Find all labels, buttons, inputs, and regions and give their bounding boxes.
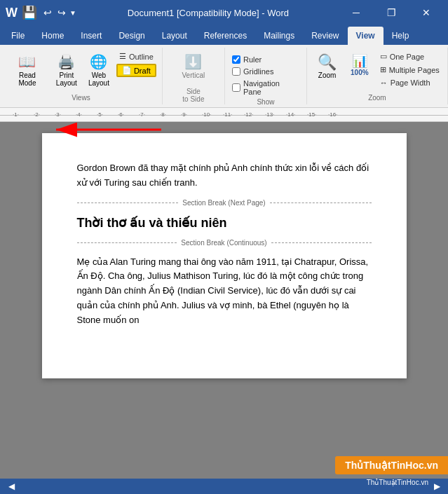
gridlines-label: Gridlines (243, 67, 273, 76)
gridlines-checkbox-item[interactable]: Gridlines (231, 67, 275, 76)
ribbon-group-show: Ruler Gridlines Navigation Pane Show (225, 48, 307, 104)
ribbon-group-views: 📖 Read Mode 🖨️ PrintLayout 🌐 WebLayout ☰… (0, 48, 163, 104)
zoom-icon: 🔍 (318, 53, 337, 71)
tab-design[interactable]: Design (110, 27, 153, 45)
print-layout-icon: 🖨️ (57, 53, 75, 70)
status-bar: ◀ ThủThuậtTinHoc.vn ▶ (0, 479, 448, 494)
section-break-1: Section Break (Next Page) (77, 199, 372, 207)
views-label: Views (72, 92, 90, 102)
zoom-percent-icon: 📊 (352, 53, 367, 69)
vertical-label: Vertical (182, 71, 205, 79)
tab-layout[interactable]: Layout (154, 27, 196, 45)
nav-pane-label: Navigation Pane (243, 79, 299, 96)
zoom-label: Zoom (318, 71, 337, 79)
redo-button[interactable]: ↪ (55, 6, 68, 20)
window-controls: ─ ❐ ✕ (340, 0, 442, 25)
zoom-options: ▭ One Page ⊞ Multiple Pages ↔ Page Width (377, 50, 442, 88)
scroll-right-button[interactable]: ▶ (431, 479, 442, 494)
tab-mailings[interactable]: Mailings (255, 27, 303, 45)
section-break-2-label: Section Break (Continuous) (177, 239, 271, 247)
title-bar-left: W 💾 ↩ ↪ ▼ (6, 5, 76, 20)
show-checkboxes: Ruler Gridlines Navigation Pane (231, 50, 301, 97)
word-icon: W (6, 6, 18, 20)
vertical-button[interactable]: ⬇️ Vertical (177, 50, 209, 82)
document-title: Document1 [Compatibility Mode] - Word (76, 8, 340, 18)
ribbon: 📖 Read Mode 🖨️ PrintLayout 🌐 WebLayout ☰… (0, 45, 448, 108)
watermark-label: ThủThuậtTinHoc.vn (367, 479, 428, 494)
tab-references[interactable]: References (196, 27, 255, 45)
minimize-button[interactable]: ─ (340, 0, 372, 25)
zoom-percent-button[interactable]: 📊 100% (345, 50, 374, 79)
zoom-percent-label: 100% (351, 69, 369, 76)
draft-button[interactable]: 📄 Draft (116, 64, 156, 77)
one-page-button[interactable]: ▭ One Page (377, 50, 442, 62)
ruler-label: Ruler (243, 55, 262, 64)
show-label: Show (257, 97, 274, 106)
vertical-icon: ⬇️ (184, 53, 202, 70)
one-page-label: One Page (390, 53, 425, 61)
document-area[interactable]: Gordon Brown đã thay mặt chính phủ Anh c… (0, 122, 448, 479)
tab-home[interactable]: Home (33, 27, 72, 45)
multiple-pages-icon: ⊞ (380, 65, 386, 74)
ribbon-group-zoom: 🔍 Zoom 📊 100% ▭ One Page ⊞ Multiple Page… (307, 48, 448, 104)
draft-icon: 📄 (122, 66, 132, 75)
ribbon-group-page-movement: ⬇️ Vertical Sideto Side Page Movement (163, 48, 225, 104)
tab-review[interactable]: Review (303, 27, 347, 45)
nav-pane-checkbox[interactable] (232, 83, 240, 92)
ribbon-tabs: File Home Insert Design Layout Reference… (0, 25, 448, 45)
tab-help[interactable]: Help (383, 27, 418, 45)
multiple-pages-label: Multiple Pages (389, 66, 440, 74)
one-page-icon: ▭ (380, 52, 387, 61)
section-heading: Thời thơ ấu và thiếu niên (77, 215, 372, 231)
web-layout-button[interactable]: 🌐 WebLayout (84, 50, 114, 90)
view-small-buttons: ☰ Outline 📄 Draft (116, 50, 156, 77)
quick-access-dropdown[interactable]: ▼ (69, 9, 76, 17)
side-to-side-button[interactable]: Sideto Side (178, 85, 208, 106)
web-layout-label: WebLayout (88, 71, 109, 87)
scroll-controls: ThủThuậtTinHoc.vn ▶ (367, 479, 442, 494)
tab-file[interactable]: File (3, 27, 33, 45)
read-mode-label: Read Mode (10, 71, 45, 87)
outline-button[interactable]: ☰ Outline (116, 50, 156, 62)
tab-insert[interactable]: Insert (72, 27, 110, 45)
read-mode-button[interactable]: 📖 Read Mode (6, 50, 49, 90)
zoom-button[interactable]: 🔍 Zoom (312, 50, 342, 82)
multiple-pages-button[interactable]: ⊞ Multiple Pages (377, 64, 442, 76)
section-break-1-label: Section Break (Next Page) (178, 199, 269, 207)
scroll-left-button[interactable]: ◀ (6, 479, 17, 494)
outline-icon: ☰ (119, 52, 126, 61)
undo-button[interactable]: ↩ (41, 6, 54, 20)
paragraph-2: Mẹ của Alan Turing mang thai ông vào năm… (77, 255, 372, 328)
document-page: Gordon Brown đã thay mặt chính phủ Anh c… (42, 133, 407, 378)
ruler-bar: ·1· ·2· ·3· ·4· ·5· ·6· ·7· ·8· ·9· ·10·… (0, 108, 448, 122)
save-icon[interactable]: 💾 (22, 5, 37, 20)
page-width-button[interactable]: ↔ Page Width (377, 77, 442, 88)
ruler-checkbox-item[interactable]: Ruler (231, 55, 263, 64)
web-layout-icon: 🌐 (90, 53, 107, 70)
side-to-side-label: Sideto Side (182, 88, 204, 103)
read-mode-icon: 📖 (18, 53, 36, 70)
zoom-group-label: Zoom (368, 92, 386, 102)
outline-label: Outline (129, 53, 154, 61)
gridlines-checkbox[interactable] (232, 67, 240, 76)
nav-pane-checkbox-item[interactable]: Navigation Pane (231, 78, 301, 97)
print-layout-label: PrintLayout (56, 71, 77, 87)
page-width-icon: ↔ (380, 78, 388, 87)
page-width-label: Page Width (391, 78, 430, 87)
undo-group: ↩ ↪ ▼ (41, 6, 76, 20)
ruler-checkbox[interactable] (232, 55, 240, 64)
restore-button[interactable]: ❐ (375, 0, 407, 25)
paragraph-1: Gordon Brown đã thay mặt chính phủ Anh c… (77, 161, 372, 191)
section-break-2: Section Break (Continuous) (77, 239, 372, 247)
views-buttons: 📖 Read Mode 🖨️ PrintLayout 🌐 WebLayout ☰… (6, 50, 156, 92)
draft-label: Draft (134, 67, 151, 75)
title-bar: W 💾 ↩ ↪ ▼ Document1 [Compatibility Mode]… (0, 0, 448, 25)
zoom-buttons: 🔍 Zoom 📊 100% ▭ One Page ⊞ Multiple Page… (312, 50, 442, 92)
print-layout-button[interactable]: 🖨️ PrintLayout (52, 50, 81, 90)
close-button[interactable]: ✕ (410, 0, 442, 25)
page-movement-buttons: ⬇️ Vertical Sideto Side (177, 50, 209, 106)
tab-view[interactable]: View (348, 27, 383, 45)
